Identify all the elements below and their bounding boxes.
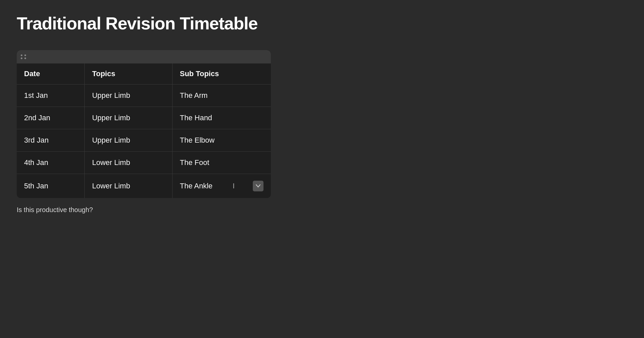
- cell-subtopics: The Elbow: [172, 129, 271, 152]
- cell-topics: Lower Limb: [85, 152, 172, 174]
- header-subtopics: Sub Topics: [172, 63, 271, 84]
- cell-topics: Upper Limb: [85, 107, 172, 129]
- header-date: Date: [17, 63, 85, 84]
- table-header-row: Date Topics Sub Topics: [17, 63, 271, 84]
- table-row: 1st JanUpper LimbThe Arm: [17, 84, 271, 107]
- text-cursor-icon: I: [233, 182, 233, 190]
- cell-subtopics: The Foot: [172, 152, 271, 174]
- drag-handle-bar[interactable]: [17, 50, 271, 63]
- cell-date: 1st Jan: [17, 84, 85, 107]
- footnote-text: Is this productive though?: [17, 206, 627, 214]
- table-row: 5th JanLower LimbThe Ankle I: [17, 174, 271, 198]
- cell-date: 5th Jan: [17, 174, 85, 198]
- cell-date: 3rd Jan: [17, 129, 85, 152]
- cell-date: 4th Jan: [17, 152, 85, 174]
- cell-topics: Upper Limb: [85, 84, 172, 107]
- cell-subtopics: The Hand: [172, 107, 271, 129]
- page-title: Traditional Revision Timetable: [17, 13, 627, 33]
- cell-date: 2nd Jan: [17, 107, 85, 129]
- table-row: 3rd JanUpper LimbThe Elbow: [17, 129, 271, 152]
- table-container: Date Topics Sub Topics 1st JanUpper Limb…: [17, 50, 271, 198]
- cell-subtopics[interactable]: The Ankle I: [172, 174, 271, 198]
- table-row: 2nd JanUpper LimbThe Hand: [17, 107, 271, 129]
- table-row: 4th JanLower LimbThe Foot: [17, 152, 271, 174]
- revision-table: Date Topics Sub Topics 1st JanUpper Limb…: [17, 63, 271, 198]
- subtopic-text: The Ankle: [180, 182, 213, 190]
- dropdown-button[interactable]: [253, 181, 263, 191]
- cell-topics: Lower Limb: [85, 174, 172, 198]
- drag-handle-icon: [21, 54, 27, 59]
- cell-subtopics: The Arm: [172, 84, 271, 107]
- header-topics: Topics: [85, 63, 172, 84]
- cell-topics: Upper Limb: [85, 129, 172, 152]
